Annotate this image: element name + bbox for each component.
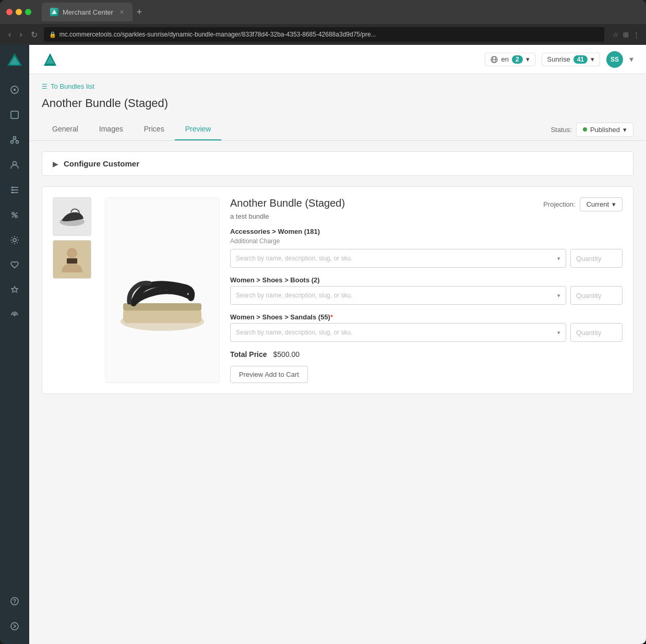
search-placeholder-1: Search by name, description, slug, or sk… xyxy=(236,292,352,299)
user-dropdown-icon[interactable]: ▾ xyxy=(629,54,633,64)
category-label-1: Women > Shoes > Boots (2) xyxy=(230,276,623,284)
search-row-2: Search by name, description, slug, or sk… xyxy=(230,323,623,342)
status-dropdown-icon: ▾ xyxy=(623,126,627,134)
required-asterisk: * xyxy=(330,313,333,321)
svg-marker-0 xyxy=(52,9,57,14)
forward-button[interactable]: › xyxy=(17,28,24,41)
expand-icon[interactable]: ▶ xyxy=(53,160,58,168)
svg-rect-30 xyxy=(67,258,77,264)
sidebar-item-favorites[interactable] xyxy=(3,254,26,277)
address-bar[interactable]: 🔒 mc.commercetools.co/sparkles-sunrise/d… xyxy=(44,27,604,42)
product-title-group: Another Bundle (Staged) a test bundle xyxy=(230,197,345,228)
active-tab[interactable]: Merchant Center ✕ xyxy=(42,3,133,21)
tab-images[interactable]: Images xyxy=(89,118,134,140)
user-avatar[interactable]: SS xyxy=(606,51,623,68)
settings-icon[interactable]: ⋮ xyxy=(633,31,640,39)
sidebar-item-collapse[interactable] xyxy=(3,615,26,638)
sidebar-item-help[interactable]: ? xyxy=(3,590,26,613)
search-row-1: Search by name, description, slug, or sk… xyxy=(230,286,623,305)
breadcrumb-icon: ☰ xyxy=(42,83,47,90)
page-header: ☰ To Bundles list Another Bundle (Staged… xyxy=(29,74,646,110)
maximize-button[interactable] xyxy=(25,9,31,15)
projection-dropdown-icon: ▾ xyxy=(612,200,616,208)
sidebar-item-extensions[interactable] xyxy=(3,279,26,302)
page-title: Another Bundle (Staged) xyxy=(42,97,633,110)
search-dropdown-icon-0: ▾ xyxy=(557,255,560,262)
qty-placeholder-1: Quantity xyxy=(576,292,601,300)
browser-extension-icons: ☆ ⊞ ⋮ xyxy=(613,31,640,39)
header-right: en 2 ▾ Sunrise 41 ▾ SS ▾ xyxy=(485,51,633,68)
back-button[interactable]: ‹ xyxy=(6,28,13,41)
sidebar-item-orders[interactable] xyxy=(3,178,26,201)
quantity-input-1[interactable]: Quantity xyxy=(570,286,623,305)
product-search-0[interactable]: Search by name, description, slug, or sk… xyxy=(230,249,566,268)
total-price-value: $500.00 xyxy=(273,350,300,359)
search-placeholder-0: Search by name, description, slug, or sk… xyxy=(236,255,352,262)
svg-text:?: ? xyxy=(13,599,16,604)
extension-icon[interactable]: ⊞ xyxy=(623,31,629,39)
close-button[interactable] xyxy=(6,9,13,15)
refresh-button[interactable]: ↻ xyxy=(29,28,40,42)
total-price-label: Total Price xyxy=(230,350,267,359)
sidebar: ? xyxy=(0,45,29,644)
sidebar-item-categories[interactable] xyxy=(3,128,26,151)
quantity-input-0[interactable]: Quantity xyxy=(570,249,623,268)
page-body: ▶ Configure Customer xyxy=(29,141,646,404)
minimize-button[interactable] xyxy=(16,9,22,15)
configure-section: ▶ Configure Customer xyxy=(42,151,633,176)
projection-label: Projection: xyxy=(543,200,575,208)
app-logo-header xyxy=(42,51,58,68)
user-initials: SS xyxy=(611,56,619,63)
traffic-lights xyxy=(6,9,31,15)
breadcrumb[interactable]: ☰ To Bundles list xyxy=(42,82,633,90)
svg-point-7 xyxy=(11,141,14,144)
star-icon[interactable]: ☆ xyxy=(613,31,619,39)
browser-window: Merchant Center ✕ + ‹ › ↻ 🔒 mc.commercet… xyxy=(0,0,646,644)
preview-panel: Another Bundle (Staged) a test bundle Pr… xyxy=(42,186,633,394)
sidebar-item-discounts[interactable] xyxy=(3,204,26,226)
project-selector[interactable]: Sunrise 41 ▾ xyxy=(542,53,600,66)
svg-point-8 xyxy=(16,141,19,144)
product-search-1[interactable]: Search by name, description, slug, or sk… xyxy=(230,286,566,305)
projection-value: Current xyxy=(587,200,609,208)
tab-close-icon[interactable]: ✕ xyxy=(119,9,124,16)
thumbnail-2[interactable] xyxy=(53,240,91,279)
tab-bar: Merchant Center ✕ + xyxy=(42,3,640,21)
svg-point-13 xyxy=(12,189,14,191)
sidebar-item-products[interactable] xyxy=(3,103,26,126)
projection-dropdown[interactable]: Current ▾ xyxy=(580,197,623,211)
svg-line-17 xyxy=(12,212,17,218)
sidebar-item-dashboard[interactable] xyxy=(3,78,26,101)
svg-point-22 xyxy=(11,623,18,630)
browser-addressbar: ‹ › ↻ 🔒 mc.commercetools.co/sparkles-sun… xyxy=(0,24,646,45)
main-product-image xyxy=(105,197,220,383)
svg-rect-32 xyxy=(123,308,201,323)
search-placeholder-2: Search by name, description, slug, or sk… xyxy=(236,329,352,336)
svg-line-10 xyxy=(15,139,17,141)
new-tab-button[interactable]: + xyxy=(137,7,142,18)
language-selector[interactable]: en 2 ▾ xyxy=(485,53,535,66)
quantity-input-2[interactable]: Quantity xyxy=(570,323,623,342)
tab-general[interactable]: General xyxy=(42,118,89,140)
category-section-0: Accessories > Women (181) Additional Cha… xyxy=(230,228,623,268)
preview-add-to-cart-button[interactable]: Preview Add to Cart xyxy=(230,366,308,383)
sidebar-item-settings[interactable] xyxy=(3,229,26,252)
category-sublabel-0: Additional Charge xyxy=(230,237,623,245)
tabs-bar: General Images Prices Preview Status: Pu… xyxy=(29,118,646,141)
lang-value: en xyxy=(501,55,508,63)
sidebar-item-customers[interactable] xyxy=(3,153,26,176)
top-header: en 2 ▾ Sunrise 41 ▾ SS ▾ xyxy=(29,45,646,74)
tab-prices[interactable]: Prices xyxy=(134,118,175,140)
sidebar-item-integrations[interactable] xyxy=(3,304,26,327)
project-dropdown-icon: ▾ xyxy=(591,55,594,63)
status-dropdown[interactable]: Published ▾ xyxy=(576,123,633,137)
qty-placeholder-0: Quantity xyxy=(576,255,601,263)
svg-point-14 xyxy=(12,192,14,194)
tab-list: General Images Prices Preview xyxy=(42,118,221,140)
thumbnail-1[interactable] xyxy=(53,197,91,236)
product-details: Another Bundle (Staged) a test bundle Pr… xyxy=(230,197,623,383)
product-search-2[interactable]: Search by name, description, slug, or sk… xyxy=(230,323,566,342)
svg-point-19 xyxy=(14,315,16,316)
app-container: ? en xyxy=(0,45,646,644)
tab-preview[interactable]: Preview xyxy=(175,118,222,140)
